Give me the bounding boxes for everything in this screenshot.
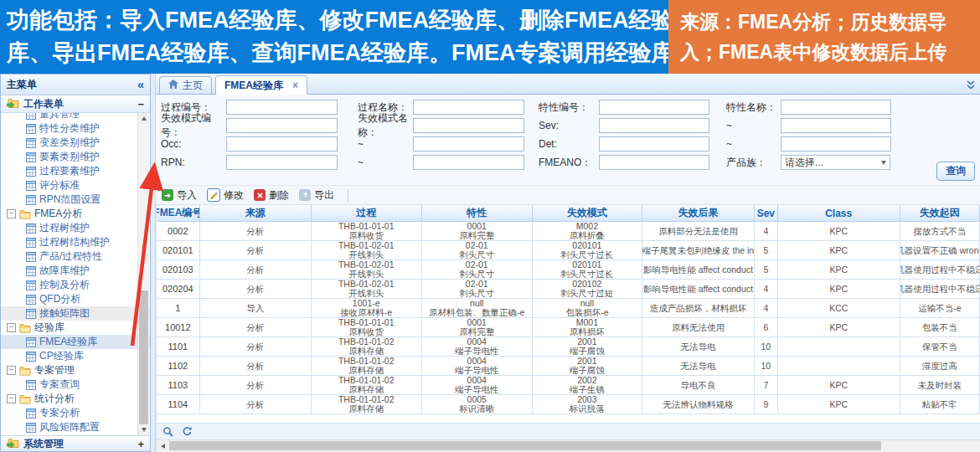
characteristic-code-input[interactable] bbox=[599, 100, 709, 115]
product-family-select[interactable]: 请选择... bbox=[781, 155, 890, 170]
sidebar-item[interactable]: CP经验库 bbox=[1, 349, 150, 363]
sidebar-item[interactable]: QFD分析 bbox=[1, 292, 150, 306]
hscrollbar-thumb[interactable] bbox=[169, 441, 881, 450]
sidebar-item[interactable]: −统计分析 bbox=[1, 392, 150, 406]
collapse-box-icon[interactable]: − bbox=[7, 323, 16, 332]
column-header-cause[interactable]: 失效起因 bbox=[900, 205, 980, 221]
grid-toolbar: 导入 修改 删除 导出 bbox=[156, 186, 980, 205]
sidebar-item[interactable]: FMEA经验库 bbox=[1, 335, 150, 349]
collapse-box-icon[interactable]: − bbox=[7, 209, 16, 218]
sidebar-item[interactable]: −专案管理 bbox=[1, 363, 150, 378]
sidebar-item[interactable]: 评分标准 bbox=[1, 178, 150, 193]
det-to-input[interactable] bbox=[781, 136, 891, 152]
sidebar-item[interactable]: 要素类别维护 bbox=[1, 150, 150, 164]
table-icon bbox=[26, 280, 36, 290]
sidebar-group-worksheets[interactable]: 工作表单 − bbox=[1, 95, 150, 113]
cell-text: 分析 bbox=[246, 400, 264, 409]
fmeano-input[interactable] bbox=[599, 155, 709, 170]
sev-from-input[interactable] bbox=[599, 118, 709, 133]
cell-sev: 5 bbox=[755, 241, 778, 259]
collapse-minus-icon[interactable]: − bbox=[137, 98, 144, 110]
cell-characteristic: 0001原料完整 bbox=[422, 222, 533, 240]
collapse-box-icon[interactable]: − bbox=[7, 394, 16, 403]
column-header-fmea_no[interactable]: FMEA编号 bbox=[157, 205, 200, 221]
table-row[interactable]: 1101分析THB-01-01-02原料存储0004端子导电性2001端子腐蚀无… bbox=[157, 337, 980, 357]
sidebar-item[interactable]: 接触矩阵图 bbox=[1, 306, 150, 321]
tab-fmea-library[interactable]: FMEA经验库 × bbox=[215, 75, 307, 95]
scroll-up-icon[interactable] bbox=[138, 113, 149, 124]
modify-button[interactable]: 修改 bbox=[205, 187, 249, 203]
sidebar-item[interactable]: 故障库维护 bbox=[1, 264, 150, 278]
table-row[interactable]: 1导入1001-e接收原材料-enull原材料包装、数量正确-enull包装损坏… bbox=[157, 299, 980, 318]
sidebar-item[interactable]: 过程树结构维护 bbox=[1, 235, 150, 249]
column-header-class[interactable]: Class bbox=[778, 205, 900, 221]
collapse-box-icon[interactable]: − bbox=[7, 366, 16, 375]
sidebar-item[interactable]: 专案分析 bbox=[1, 406, 150, 420]
sidebar-item[interactable]: 专案查询 bbox=[1, 378, 150, 392]
sidebar-group-system[interactable]: 系统管理 + bbox=[1, 435, 150, 451]
process-name-input[interactable] bbox=[413, 100, 524, 115]
import-button[interactable]: 导入 bbox=[160, 187, 202, 203]
sidebar-group-label: 系统管理 bbox=[23, 437, 64, 451]
sidebar-item[interactable]: 特性分类维护 bbox=[1, 121, 150, 136]
sidebar-item[interactable]: −FMEA分析 bbox=[1, 207, 150, 221]
cell-text: KPC bbox=[829, 323, 848, 332]
horizontal-scrollbar[interactable] bbox=[157, 439, 980, 452]
column-header-failure_mode[interactable]: 失效模式 bbox=[533, 205, 642, 221]
sidebar-collapse-icon[interactable]: « bbox=[137, 78, 144, 91]
delete-button[interactable]: 删除 bbox=[252, 187, 294, 203]
characteristic-name-input[interactable] bbox=[781, 100, 891, 115]
table-row[interactable]: 10012分析THB-01-01-01原料收货0001原料完整M001原料损坏原… bbox=[157, 318, 980, 337]
sidebar-item[interactable]: RPN范围设置 bbox=[1, 193, 150, 207]
export-button[interactable]: 导出 bbox=[297, 187, 339, 203]
failure-mode-name-input[interactable] bbox=[413, 118, 524, 133]
sidebar-item[interactable]: 风险矩阵配置 bbox=[1, 420, 150, 434]
column-header-process[interactable]: 过程 bbox=[312, 205, 422, 221]
column-header-sev[interactable]: Sev bbox=[755, 205, 778, 221]
det-from-input[interactable] bbox=[599, 136, 709, 152]
rpn-to-input[interactable] bbox=[413, 155, 524, 170]
close-icon[interactable]: × bbox=[292, 80, 298, 91]
rpn-from-input[interactable] bbox=[226, 155, 338, 170]
scroll-left-icon[interactable] bbox=[157, 440, 168, 451]
refresh-icon[interactable] bbox=[182, 426, 193, 437]
scrollbar-thumb[interactable] bbox=[139, 290, 148, 424]
sidebar-item[interactable]: 控制及分析 bbox=[1, 278, 150, 292]
column-header-characteristic[interactable]: 特性 bbox=[422, 205, 533, 221]
cell-sev: 9 bbox=[755, 395, 778, 413]
table-row[interactable]: 1103分析THB-01-01-02原料存储0004端子导电性2002端子生锈导… bbox=[157, 376, 980, 395]
tab-home[interactable]: 主页 bbox=[159, 76, 212, 94]
sidebar-scrollbar[interactable] bbox=[137, 113, 149, 435]
cell-source: 分析 bbox=[200, 222, 312, 240]
table-row[interactable]: 020103分析THB-01-02-01开线剥头02-01剥头尺寸020101剥… bbox=[157, 260, 980, 280]
sidebar-item[interactable]: −经验库 bbox=[1, 321, 150, 335]
sidebar-item[interactable]: 产品/过程特性 bbox=[1, 249, 150, 264]
failure-mode-code-input[interactable] bbox=[226, 118, 338, 133]
table-row[interactable]: 0002分析THB-01-01-01原料收货0001原料完整M002原料折叠原料… bbox=[157, 222, 980, 241]
cell-text: 原料存储 bbox=[348, 366, 384, 375]
table-row[interactable]: 020101分析THB-01-02-01开线剥头02-01剥头尺寸020101剥… bbox=[157, 241, 980, 260]
scroll-down-icon[interactable] bbox=[138, 424, 149, 435]
process-code-input[interactable] bbox=[226, 100, 338, 115]
occ-to-input[interactable] bbox=[413, 136, 524, 152]
column-header-source[interactable]: 来源 bbox=[200, 205, 312, 221]
cell-text: 端子腐蚀 bbox=[570, 366, 605, 375]
sidebar-item[interactable]: 量具管理 bbox=[1, 113, 150, 121]
expand-plus-icon[interactable]: + bbox=[137, 438, 144, 450]
sidebar-item[interactable]: 过程树维护 bbox=[1, 221, 150, 235]
chevron-double-down-icon[interactable] bbox=[966, 78, 976, 93]
occ-from-input[interactable] bbox=[226, 136, 338, 152]
table-row[interactable]: 1102分析THB-01-01-02原料存储0004端子导电性2001端子腐蚀无… bbox=[157, 357, 980, 376]
search-button[interactable]: 查询 bbox=[936, 162, 975, 181]
table-row[interactable]: 1104分析THB-01-01-02原料存储0005标识清晰2003标识脱落无法… bbox=[157, 395, 980, 414]
sidebar: 主菜单 « 工作表单 − 量具管理特性分类维护变差类别维护要素类别维护过程要素维… bbox=[0, 74, 151, 452]
search-icon[interactable] bbox=[162, 426, 173, 437]
cell-text: 1 bbox=[175, 304, 180, 313]
sev-to-input[interactable] bbox=[781, 118, 891, 133]
sidebar-item[interactable]: 过程要素维护 bbox=[1, 164, 150, 178]
sidebar-item[interactable]: 变差类别维护 bbox=[1, 136, 150, 150]
column-header-effect[interactable]: 失效后果 bbox=[642, 205, 755, 221]
table-row[interactable]: 020204分析THB-01-02-01开线剥头02-01剥头尺寸020102剥… bbox=[157, 280, 980, 299]
sidebar-item-label: FMEA分析 bbox=[34, 207, 82, 221]
cell-cause: 保管不当 bbox=[900, 337, 980, 356]
